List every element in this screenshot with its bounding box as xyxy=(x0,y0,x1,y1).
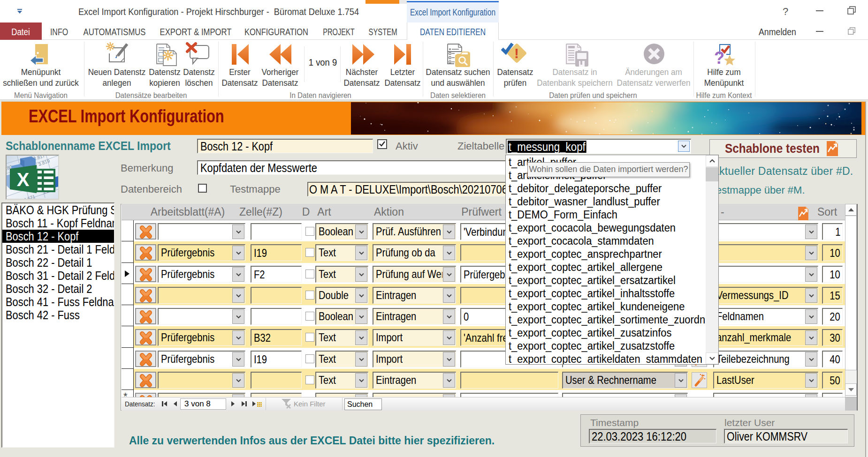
svg-text:!: ! xyxy=(514,45,519,61)
svg-text:?: ? xyxy=(714,48,724,67)
